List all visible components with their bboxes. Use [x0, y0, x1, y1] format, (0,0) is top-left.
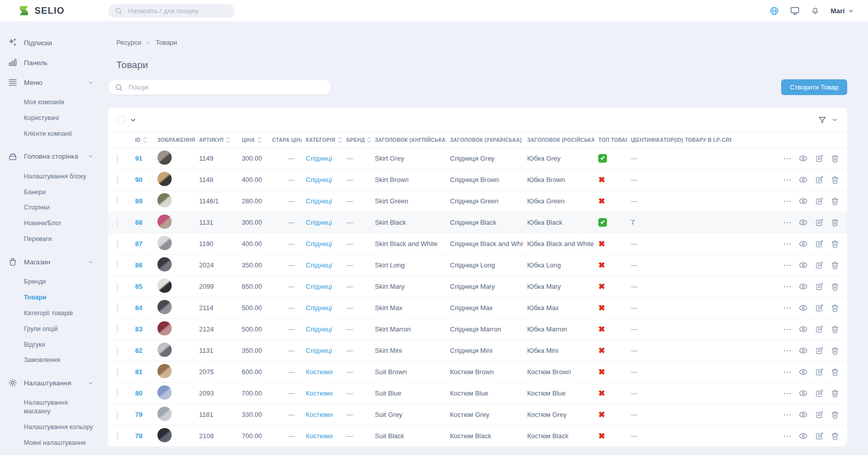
row-edit-button[interactable] [815, 368, 824, 377]
product-image[interactable] [157, 385, 172, 400]
row-more-button[interactable] [783, 175, 792, 185]
row-checkbox[interactable] [117, 368, 118, 376]
sidebar-subitem[interactable]: Моя компанія [4, 95, 97, 110]
row-delete-button[interactable] [830, 432, 840, 441]
product-image[interactable] [157, 215, 172, 229]
sidebar-item-shop[interactable]: Магазин [4, 254, 97, 269]
product-image[interactable] [157, 300, 172, 314]
column-header-wrap[interactable]: БРЕНД [346, 136, 367, 143]
product-image[interactable] [157, 236, 172, 250]
product-image[interactable] [157, 321, 172, 336]
column-header-wrap[interactable]: ID [135, 136, 149, 143]
row-checkbox[interactable] [117, 410, 118, 419]
category-link[interactable]: Спідниці [306, 347, 332, 354]
row-more-button[interactable] [783, 410, 792, 419]
row-more-button[interactable] [783, 154, 792, 163]
category-link[interactable]: Костюми [306, 411, 333, 418]
row-view-button[interactable] [798, 196, 808, 206]
row-more-button[interactable] [783, 239, 792, 249]
product-id-link[interactable]: 83 [135, 325, 142, 333]
row-edit-button[interactable] [815, 239, 824, 249]
sidebar-item-menu[interactable]: Меню [4, 75, 97, 90]
product-id-link[interactable]: 85 [135, 283, 142, 290]
sort-icon[interactable] [143, 136, 147, 143]
row-checkbox[interactable] [117, 239, 118, 248]
product-id-link[interactable]: 88 [135, 219, 142, 226]
row-view-button[interactable] [798, 239, 808, 249]
row-more-button[interactable] [783, 389, 792, 398]
sidebar-subitem[interactable]: Клієнти компанії [4, 126, 97, 142]
category-link[interactable]: Спідниці [306, 219, 332, 226]
category-link[interactable]: Спідниці [306, 304, 332, 312]
filter-control[interactable] [818, 115, 838, 125]
product-image[interactable] [157, 172, 172, 186]
product-image[interactable] [157, 364, 172, 378]
row-delete-button[interactable] [830, 282, 840, 291]
sidebar-subitem[interactable]: Налаштування блоку [4, 169, 97, 185]
row-delete-button[interactable] [830, 197, 840, 206]
row-view-button[interactable] [798, 346, 808, 355]
row-edit-button[interactable] [815, 389, 824, 398]
row-edit-button[interactable] [815, 410, 824, 419]
row-delete-button[interactable] [830, 304, 840, 313]
row-edit-button[interactable] [815, 432, 824, 441]
sidebar-subitem[interactable]: Банери [4, 185, 97, 200]
row-view-button[interactable] [798, 410, 808, 419]
row-checkbox[interactable] [117, 304, 118, 312]
product-id-link[interactable]: 90 [135, 176, 142, 184]
row-edit-button[interactable] [815, 325, 824, 334]
brand-logo[interactable]: SELIO [0, 5, 100, 17]
sidebar-subitem[interactable]: Групи опцій [4, 321, 97, 337]
row-edit-button[interactable] [815, 346, 824, 355]
sidebar-item-subscriptions[interactable]: Підписки [4, 35, 97, 50]
row-view-button[interactable] [798, 260, 808, 270]
row-edit-button[interactable] [815, 282, 824, 291]
category-link[interactable]: Спідниці [306, 283, 332, 290]
category-link[interactable]: Спідниці [306, 325, 332, 333]
row-edit-button[interactable] [815, 197, 824, 206]
row-checkbox[interactable] [117, 218, 118, 227]
row-checkbox[interactable] [117, 346, 118, 355]
row-edit-button[interactable] [815, 218, 824, 227]
product-id-link[interactable]: 80 [135, 389, 142, 397]
row-delete-button[interactable] [830, 154, 840, 163]
row-edit-button[interactable] [815, 154, 824, 163]
sidebar-subitem[interactable]: Сторінки [4, 200, 97, 216]
row-more-button[interactable] [783, 368, 792, 377]
product-image[interactable] [157, 257, 172, 271]
row-delete-button[interactable] [830, 175, 840, 185]
row-more-button[interactable] [783, 218, 792, 227]
product-image[interactable] [157, 428, 172, 442]
row-view-button[interactable] [798, 367, 808, 377]
row-more-button[interactable] [783, 261, 792, 270]
product-image[interactable] [157, 343, 172, 357]
row-edit-button[interactable] [815, 304, 824, 313]
category-link[interactable]: Спідниці [306, 176, 332, 184]
row-more-button[interactable] [783, 304, 792, 313]
row-checkbox[interactable] [117, 325, 118, 333]
sidebar-subitem[interactable]: Замовлення [4, 352, 97, 368]
row-view-button[interactable] [798, 388, 808, 398]
row-view-button[interactable] [798, 303, 808, 313]
row-checkbox[interactable] [117, 154, 118, 163]
sort-icon[interactable] [258, 136, 262, 143]
row-view-button[interactable] [798, 324, 808, 334]
globe-icon[interactable] [769, 6, 779, 16]
row-view-button[interactable] [798, 218, 808, 227]
user-menu[interactable]: Mari [830, 7, 854, 15]
product-id-link[interactable]: 91 [135, 155, 142, 162]
sidebar-subitem[interactable]: Користувачі [4, 110, 97, 126]
product-id-link[interactable]: 78 [135, 432, 142, 440]
product-image[interactable] [157, 150, 172, 165]
category-link[interactable]: Спідниці [306, 197, 332, 205]
row-delete-button[interactable] [830, 261, 840, 270]
row-delete-button[interactable] [830, 410, 840, 419]
row-more-button[interactable] [783, 346, 792, 355]
sidebar-subitem[interactable]: Новини/Блог [4, 216, 97, 231]
sort-icon[interactable] [367, 136, 371, 143]
sidebar-subitem[interactable]: Налаштування кольору [4, 419, 97, 435]
column-header-wrap[interactable]: АРТИКУЛ [199, 136, 234, 143]
sidebar-subitem[interactable]: Переваги [4, 231, 97, 247]
sidebar-subitem[interactable]: Відгуки [4, 337, 97, 353]
product-id-link[interactable]: 82 [135, 347, 142, 354]
